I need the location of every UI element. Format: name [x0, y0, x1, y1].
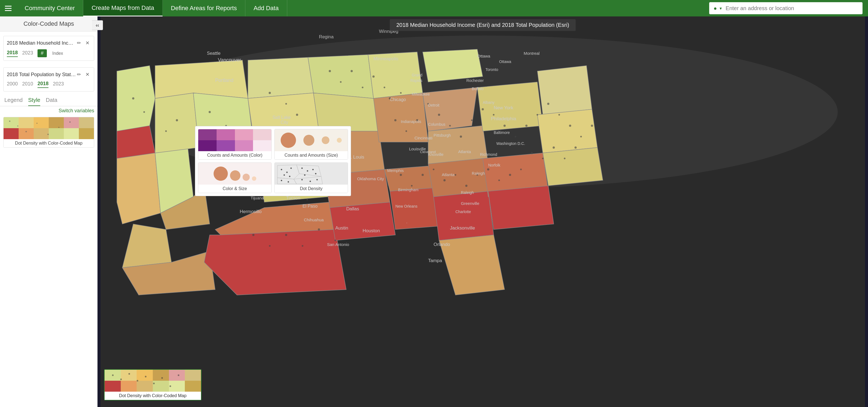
search-dropdown-arrow[interactable]: ▾ [720, 6, 722, 11]
layer-1-year-2023[interactable]: 2023 [22, 50, 33, 57]
svg-text:Cleveland: Cleveland [420, 150, 436, 154]
svg-point-55 [465, 185, 467, 187]
svg-text:New Orleans: New Orleans [395, 204, 417, 209]
svg-text:Oklahoma City: Oklahoma City [357, 177, 384, 181]
svg-point-40 [503, 125, 506, 127]
nav-tab-define-areas-label: Define Areas for Reports [171, 5, 237, 12]
svg-text:Detroit: Detroit [428, 103, 439, 107]
layer-1-edit-button[interactable]: ✏ [76, 39, 82, 46]
svg-text:Orlando: Orlando [434, 242, 450, 247]
style-label-dot-density-color-top: Dot Density with Color-Coded Map [4, 139, 94, 147]
svg-point-144 [302, 168, 303, 169]
svg-point-159 [153, 383, 155, 384]
svg-point-44 [547, 103, 549, 105]
svg-point-64 [564, 158, 565, 159]
svg-point-143 [289, 176, 290, 177]
layer-1-close-button[interactable]: ✕ [84, 39, 91, 46]
style-preview-dot-density-color-top [4, 117, 94, 139]
layer-1-index-label: Index [52, 51, 63, 56]
style-label-counts-size: Counts and Amounts (Size) [275, 151, 348, 159]
svg-text:Chihuahua: Chihuahua [304, 217, 324, 222]
location-icon: ● [714, 5, 717, 11]
svg-point-162 [178, 374, 179, 376]
sidebar: Color-Coded Maps ‹‹ 2018 Median Househol… [0, 17, 97, 407]
svg-point-139 [281, 169, 282, 170]
svg-point-142 [284, 175, 285, 176]
layer-2-year-2023[interactable]: 2023 [53, 81, 64, 88]
style-option-counts-size[interactable]: Counts and Amounts (Size) [274, 129, 348, 160]
svg-text:Buffalo: Buffalo [472, 87, 484, 91]
svg-point-34 [438, 114, 440, 116]
svg-point-11 [269, 92, 271, 94]
svg-point-66 [252, 234, 254, 236]
tab-legend[interactable]: Legend [4, 97, 23, 106]
layer-card-1-header: 2018 Median Household Income by Sta... ✏… [7, 39, 91, 46]
svg-point-39 [493, 114, 495, 116]
svg-point-46 [569, 125, 571, 127]
svg-text:Rochester: Rochester [466, 78, 484, 83]
layer-2-close-button[interactable]: ✕ [84, 71, 91, 78]
hash-icon: # [41, 51, 43, 56]
address-search-bar[interactable]: ● ▾ [709, 2, 863, 14]
svg-point-151 [302, 179, 303, 181]
svg-point-58 [498, 179, 500, 181]
svg-point-146 [312, 169, 314, 170]
svg-point-31 [405, 130, 407, 132]
layer-2-edit-button[interactable]: ✏ [76, 71, 82, 78]
svg-text:Columbus: Columbus [428, 122, 445, 127]
svg-point-41 [515, 136, 517, 137]
hamburger-icon [5, 6, 11, 11]
svg-point-29 [400, 92, 402, 94]
layer-1-actions: ✏ ✕ [76, 39, 91, 46]
hamburger-button[interactable] [0, 0, 17, 17]
svg-point-49 [400, 174, 402, 176]
sidebar-collapse-button[interactable]: ‹‹ [92, 20, 103, 30]
tab-data[interactable]: Data [46, 97, 57, 106]
svg-point-57 [487, 168, 489, 170]
svg-text:Houston: Houston [363, 228, 380, 233]
svg-point-12 [285, 103, 287, 105]
svg-point-152 [310, 181, 311, 182]
layer-2-year-tabs: 2000 2010 2018 2023 [7, 81, 91, 88]
svg-text:Austin: Austin [335, 225, 348, 230]
style-option-counts-color[interactable]: Counts and Amounts (Color) [198, 129, 272, 160]
layer-1-index-btn[interactable]: # [37, 49, 47, 57]
svg-point-160 [161, 377, 163, 379]
preview-counts-size [275, 129, 348, 151]
svg-point-23 [340, 81, 341, 83]
svg-text:Birmingham: Birmingham [398, 188, 418, 192]
style-option-dot-density[interactable]: Dot Density [274, 162, 348, 193]
nav-tab-create-maps[interactable]: Create Maps from Data [83, 0, 163, 17]
style-option-dot-density-color-top[interactable]: Dot Density with Color-Coded Map [3, 117, 94, 148]
svg-text:El Paso: El Paso [303, 204, 318, 209]
layer-1-year-2018[interactable]: 2018 [7, 50, 18, 57]
svg-point-37 [471, 119, 473, 121]
style-option-selected[interactable]: Dot Density with Color-Coded Map [104, 369, 202, 400]
panel-tabs: Legend Style Data [0, 94, 97, 106]
svg-point-43 [536, 114, 538, 116]
svg-point-161 [169, 385, 171, 387]
svg-text:Toronto: Toronto [486, 67, 498, 72]
svg-point-3 [143, 111, 145, 113]
svg-text:Ottawa: Ottawa [477, 54, 490, 58]
preview-dot-density-color-selected [104, 370, 201, 392]
layer-2-year-2000[interactable]: 2000 [7, 81, 18, 88]
switch-variables-link[interactable]: Switch variables [0, 106, 97, 114]
nav-tab-define-areas[interactable]: Define Areas for Reports [163, 0, 245, 17]
svg-point-53 [443, 179, 445, 181]
nav-tab-add-data[interactable]: Add Data [245, 0, 287, 17]
search-input[interactable] [725, 5, 858, 11]
tab-style[interactable]: Style [28, 97, 40, 106]
layer-2-year-2010[interactable]: 2010 [22, 81, 33, 88]
svg-point-47 [580, 136, 582, 137]
nav-tab-community-center[interactable]: Community Center [17, 0, 83, 17]
style-row-1: Counts and Amounts (Color) Counts and Am… [198, 129, 348, 160]
svg-point-147 [304, 175, 306, 176]
style-option-color-size[interactable]: Color & Size [198, 162, 272, 193]
svg-point-5 [165, 130, 167, 132]
svg-point-148 [315, 173, 316, 175]
layer-2-year-2018[interactable]: 2018 [37, 81, 49, 88]
svg-point-52 [433, 168, 435, 170]
nav-tab-community-center-label: Community Center [25, 5, 75, 12]
map-area[interactable]: 2018 Median Household Income (Esri) and … [97, 17, 868, 407]
